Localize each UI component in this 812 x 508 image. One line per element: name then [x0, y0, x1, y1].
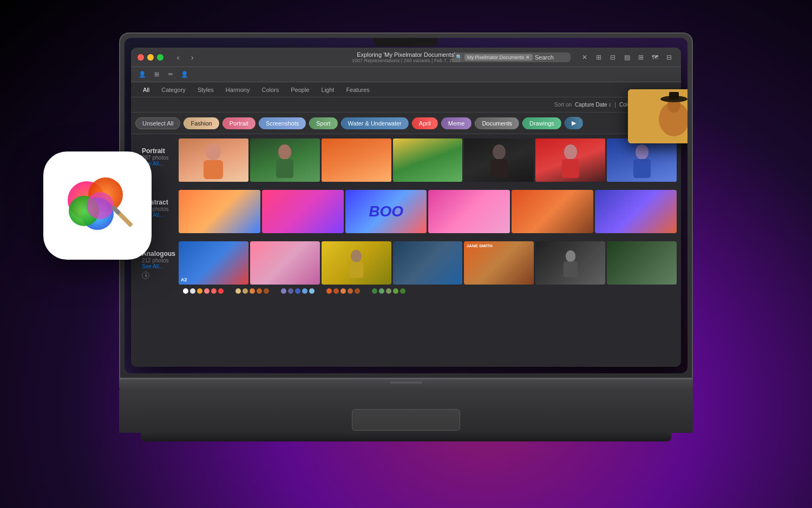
- sidebar-toggle-icon[interactable]: ⊟: [664, 52, 675, 63]
- grid-icon[interactable]: ⊞: [152, 70, 161, 80]
- svg-rect-13: [563, 262, 578, 278]
- app-window: ‹ › Exploring 'My Pixelmator Documents' …: [131, 48, 681, 367]
- search-input-placeholder[interactable]: Search: [535, 54, 566, 61]
- analogous-photo-row: A2: [179, 241, 677, 285]
- table-row[interactable]: [535, 241, 605, 285]
- color-dot: [257, 288, 262, 294]
- chip-water[interactable]: Water & Underwater: [341, 117, 409, 129]
- tab-features[interactable]: Features: [340, 85, 375, 95]
- table-row[interactable]: [428, 190, 510, 233]
- edit-icon[interactable]: ✏: [166, 70, 175, 80]
- table-row[interactable]: [262, 190, 344, 233]
- chip-drawings[interactable]: Drawings: [522, 117, 561, 129]
- color-dot: [250, 288, 255, 294]
- svg-point-0: [206, 143, 221, 161]
- analogous-info-icon[interactable]: ℹ: [142, 272, 149, 279]
- table-row[interactable]: [512, 190, 593, 233]
- svg-rect-9: [633, 159, 651, 178]
- table-row[interactable]: [607, 138, 677, 182]
- people-icon[interactable]: 👤: [137, 70, 147, 80]
- abstract-section: Abstract 145 photos See All...: [135, 190, 677, 235]
- map-icon[interactable]: 🗺: [650, 52, 660, 63]
- toolbar-icons: ✕ ⊞ ⊟ ▤ ⊞ 🗺 ⊟: [579, 52, 675, 63]
- pixelmator-icon-svg: [60, 168, 135, 243]
- close-button[interactable]: [137, 54, 144, 61]
- table-row[interactable]: [179, 138, 248, 182]
- table-row[interactable]: [250, 241, 320, 285]
- grid-view-icon[interactable]: ⊟: [607, 52, 618, 63]
- analogous-section: Analogous 212 photos See All... ℹ: [135, 241, 677, 296]
- laptop-lid: ‹ › Exploring 'My Pixelmator Documents' …: [119, 32, 693, 379]
- tab-category[interactable]: Category: [156, 85, 191, 95]
- laptop: ‹ › Exploring 'My Pixelmator Documents' …: [119, 32, 693, 444]
- back-button[interactable]: ‹: [172, 51, 184, 63]
- table-row[interactable]: JANE SMITH: [464, 241, 534, 285]
- portrait-section: Portrait 287 photos See All...: [135, 138, 677, 183]
- color-dot: [386, 288, 391, 294]
- chip-unselect-all[interactable]: Unselect All: [135, 117, 180, 129]
- tab-styles[interactable]: Styles: [192, 85, 219, 95]
- svg-point-23: [87, 192, 114, 219]
- tab-harmony[interactable]: Harmony: [220, 85, 256, 95]
- color-dot: [372, 288, 377, 294]
- color-dot: [281, 288, 286, 294]
- chip-fashion[interactable]: Fashion: [184, 117, 219, 129]
- maximize-button[interactable]: [157, 54, 163, 61]
- color-dot: [197, 288, 202, 294]
- traffic-lights: [137, 54, 163, 61]
- hinge-area: [390, 381, 422, 384]
- profile-icon[interactable]: 👤: [180, 70, 189, 80]
- filter-icon[interactable]: ⊞: [593, 52, 604, 63]
- color-dot: [333, 288, 339, 294]
- table-row[interactable]: [464, 138, 534, 182]
- detail-view-icon[interactable]: ⊞: [636, 52, 646, 63]
- trackpad[interactable]: [352, 409, 460, 431]
- tab-people[interactable]: People: [285, 85, 315, 95]
- svg-rect-18: [669, 92, 679, 100]
- main-content: Portrait 287 photos See All...: [131, 134, 681, 367]
- svg-rect-3: [276, 159, 293, 178]
- table-row[interactable]: [393, 138, 463, 182]
- table-row[interactable]: [322, 241, 391, 285]
- tab-colors[interactable]: Colors: [256, 85, 284, 95]
- table-row[interactable]: A2: [179, 241, 248, 285]
- minimize-button[interactable]: [147, 54, 154, 61]
- color-dot: [190, 288, 195, 294]
- table-row[interactable]: [607, 241, 677, 285]
- chip-portrait[interactable]: Portrait: [222, 117, 256, 129]
- color-dot: [326, 288, 332, 294]
- forward-button[interactable]: ›: [186, 51, 198, 63]
- analogous-see-all[interactable]: See All...: [142, 263, 172, 269]
- portrait-photos: [179, 138, 677, 183]
- close-search-icon[interactable]: ✕: [579, 52, 590, 63]
- table-row[interactable]: [535, 138, 605, 182]
- color-dot: [288, 288, 293, 294]
- svg-rect-1: [204, 160, 223, 179]
- table-row[interactable]: BOO: [345, 190, 427, 233]
- chip-documents[interactable]: Documents: [475, 117, 519, 129]
- toolbar2: 👤 ⊞ ✏ 👤: [131, 67, 681, 82]
- table-row[interactable]: [179, 190, 260, 233]
- table-row[interactable]: [595, 190, 677, 233]
- chip-sport[interactable]: Sport: [309, 117, 337, 129]
- color-dot: [348, 288, 353, 294]
- title-bar: ‹ › Exploring 'My Pixelmator Documents' …: [131, 48, 681, 67]
- nav-buttons: ‹ ›: [172, 51, 198, 63]
- svg-point-2: [278, 144, 291, 160]
- color-dot: [211, 288, 217, 294]
- window-title-area: Exploring 'My Pixelmator Documents' 1007…: [352, 51, 460, 63]
- table-row[interactable]: [393, 241, 463, 285]
- list-view-icon[interactable]: ▤: [621, 52, 632, 63]
- chip-more[interactable]: ▶: [565, 117, 583, 129]
- tab-light[interactable]: Light: [316, 85, 340, 95]
- search-bar[interactable]: 🔍 My Pixelmator Documents ✕ Search: [451, 52, 571, 62]
- tab-all[interactable]: All: [137, 85, 155, 95]
- chip-meme[interactable]: Meme: [441, 117, 472, 129]
- sort-value[interactable]: Capture Date ↕: [575, 102, 611, 108]
- chip-april[interactable]: April: [412, 117, 438, 129]
- window-title: Exploring 'My Pixelmator Documents': [352, 51, 460, 58]
- table-row[interactable]: [322, 138, 391, 182]
- chip-screenshots[interactable]: Screenshots: [259, 117, 306, 129]
- screen-bezel: ‹ › Exploring 'My Pixelmator Documents' …: [125, 38, 687, 373]
- table-row[interactable]: [250, 138, 320, 182]
